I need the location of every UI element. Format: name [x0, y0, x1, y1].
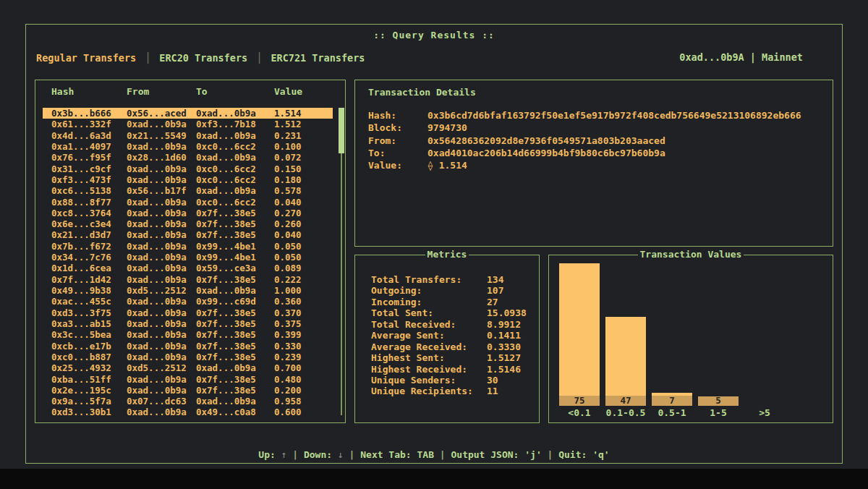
table-cell: 0x7f...38e5 — [196, 385, 274, 396]
table-row[interactable]: 0x3c...5bea0xad...0b9a0x7f...38e50.399 — [43, 329, 333, 340]
table-row[interactable]: 0xa3...ab150xad...0b9a0x7f...38e50.375 — [43, 318, 333, 329]
scrollbar-thumb[interactable] — [339, 108, 344, 153]
table-cell: 0xad...0b9a — [127, 307, 196, 318]
table-cell: 1.512 — [274, 119, 333, 129]
footer-help-bar: Up: ↑ | Down: ↓ | Next Tab: TAB | Output… — [0, 449, 868, 460]
table-row[interactable]: 0x3b...b6660x56...aced0xad...0b9a1.514 — [43, 108, 333, 119]
table-cell: 0.370 — [274, 307, 333, 318]
chart-x-label: 0.5-1 — [649, 407, 695, 418]
table-cell: 0x7f...38e5 — [196, 318, 274, 329]
table-row[interactable]: 0xc6...51380x56...b17f0xad...0b9a0.578 — [43, 185, 333, 196]
table-cell: 0x4d...6a3d — [51, 130, 127, 141]
table-row[interactable]: 0x76...f95f0x28...1d600xad...0b9a0.072 — [43, 152, 333, 163]
table-cell: 0x7f...38e5 — [196, 374, 274, 385]
column-header: From — [127, 86, 196, 97]
table-cell: 0x21...d3d7 — [51, 229, 127, 240]
chart-bar-slot — [741, 261, 788, 406]
table-cell: 0xad...0b9a — [196, 185, 274, 196]
tab-erc20-transfers[interactable]: ERC20 Transfers — [159, 52, 247, 64]
detail-value: 0x3b6cd7d6bfaf163792f50e1ef5e917b972f408… — [427, 109, 825, 122]
table-row[interactable]: 0x7f...1d420xad...0b9a0x7f...38e50.222 — [43, 274, 333, 285]
table-cell: 0xc0...6cc2 — [196, 163, 274, 174]
table-header: HashFromToValue — [43, 86, 333, 97]
table-cell: 0xd5...2512 — [127, 362, 196, 373]
metrics-panel: Metrics Total Transfers:134Outgoing:107I… — [354, 255, 540, 423]
footer-separator: | — [344, 449, 360, 460]
table-row[interactable]: 0xba...51ff0xad...0b9a0x7f...38e50.480 — [43, 374, 333, 385]
metric-value: 8.9912 — [487, 319, 533, 330]
table-cell: 0xd3...3f75 — [51, 307, 127, 318]
table-cell: 0x99...4be1 — [196, 241, 274, 252]
table-cell: 0xad...0b9a — [127, 229, 196, 240]
detail-field: To:0xad4010ac206b14d66999b4bf9b80c6bc97b… — [368, 147, 825, 159]
table-row[interactable]: 0x2e...195c0xad...0b9a0x7f...38e50.200 — [43, 385, 333, 396]
table-row[interactable]: 0x4d...6a3d0x21...55490xad...0b9a0.231 — [43, 130, 333, 141]
tab-bar: Regular Transfers│ERC20 Transfers│ERC721… — [36, 51, 365, 64]
metric-label: Average Received: — [371, 341, 487, 352]
table-cell: 0.578 — [274, 185, 333, 196]
table-row[interactable]: 0x25...49320xd5...25120xad...0b9a0.700 — [43, 362, 333, 373]
table-cell: 0x31...c9cf — [51, 163, 127, 174]
metric-label: Outgoing: — [371, 285, 487, 296]
table-cell: 0xad...0b9a — [127, 407, 196, 417]
table-cell: 0x49...c0a8 — [196, 407, 274, 417]
detail-label: To: — [368, 147, 427, 159]
detail-value: 9794730 — [427, 122, 825, 134]
table-row[interactable]: 0xa1...40970xad...0b9a0xc0...6cc20.100 — [43, 141, 333, 152]
table-cell: 0.040 — [274, 229, 333, 240]
details-title: Transaction Details — [368, 87, 476, 98]
table-cell: 0xad...0b9a — [196, 362, 274, 373]
table-row[interactable]: 0x21...d3d70xad...0b9a0x7f...38e50.040 — [43, 229, 333, 240]
table-cell: 0xad...0b9a — [196, 130, 274, 141]
table-cell: 0.270 — [274, 208, 333, 218]
tab-erc721-transfers[interactable]: ERC721 Transfers — [271, 52, 365, 64]
scrollbar-track[interactable] — [341, 153, 342, 415]
table-row[interactable]: 0xf3...473f0xad...0b9a0xc0...6cc20.180 — [43, 174, 333, 185]
metric-value: 134 — [487, 274, 533, 285]
footer-separator: | — [434, 449, 451, 460]
table-row[interactable]: 0x7b...f6720xad...0b9a0x99...4be10.050 — [43, 241, 333, 252]
table-row[interactable]: 0xcb...e17b0xad...0b9a0x7f...38e50.330 — [43, 341, 333, 352]
table-row[interactable]: 0x88...8f770xad...0b9a0xc0...6cc20.040 — [43, 197, 333, 208]
footer-key: ↓ — [338, 449, 344, 460]
chart-bar-slot: 75 — [556, 261, 603, 406]
table-cell: 0x6e...c3e4 — [51, 218, 127, 229]
table-row[interactable]: 0x34...7c760xad...0b9a0x99...4be10.050 — [43, 252, 333, 263]
table-cell: 0.360 — [274, 296, 333, 307]
chart-x-label: >5 — [741, 407, 788, 418]
footer-action-label: Up: — [258, 449, 281, 460]
table-row[interactable]: 0x61...332f0xad...0b9a0xf3...7b181.512 — [43, 119, 333, 129]
table-cell: 0.958 — [274, 396, 333, 407]
detail-field: Value:⟠ 1.514 — [368, 159, 825, 171]
metric-item: Unique Senders:30 — [371, 375, 533, 386]
tab-separator: │ — [256, 52, 262, 64]
metric-value: 15.0938 — [487, 307, 533, 318]
table-cell: 0x7f...38e5 — [196, 352, 274, 362]
metric-item: Highest Sent:1.5127 — [371, 352, 533, 363]
table-row[interactable]: 0x9a...5f7a0x07...dc630xad...0b9a0.958 — [43, 396, 333, 407]
table-cell: 0xc0...6cc2 — [196, 197, 274, 208]
detail-value: 0x564286362092d8e7936f0549571a803b203aac… — [427, 135, 825, 147]
table-cell: 0x56...b17f — [127, 185, 196, 196]
table-cell: 0xad...0b9a — [127, 318, 196, 329]
table-row[interactable]: 0xac...455c0xad...0b9a0x99...c69d0.360 — [43, 296, 333, 307]
table-row[interactable]: 0xd3...3f750xad...0b9a0x7f...38e50.370 — [43, 307, 333, 318]
table-cell: 0xad...0b9a — [127, 274, 196, 285]
table-row[interactable]: 0x31...c9cf0xad...0b9a0xc0...6cc20.150 — [43, 163, 333, 174]
detail-value: ⟠ 1.514 — [427, 159, 825, 171]
table-row[interactable]: 0xc0...b8870xad...0b9a0x7f...38e50.239 — [43, 352, 333, 362]
table-cell: 0xad...0b9a — [127, 341, 196, 352]
metric-value: 1.5146 — [487, 364, 533, 375]
table-row[interactable]: 0xc8...37640xad...0b9a0x7f...38e50.270 — [43, 208, 333, 218]
table-cell: 0xc6...5138 — [51, 185, 127, 196]
footer-key: 'q' — [592, 449, 609, 460]
table-cell: 0xad...0b9a — [127, 208, 196, 218]
table-row[interactable]: 0xd3...30b10xad...0b9a0x49...c0a80.600 — [43, 407, 333, 417]
table-row[interactable]: 0x6e...c3e40xad...0b9a0x7f...38e50.260 — [43, 218, 333, 229]
table-row[interactable]: 0x1d...6cea0xad...0b9a0x59...ce3a0.089 — [43, 263, 333, 273]
chart-x-label: 0.1-0.5 — [603, 407, 649, 418]
table-cell: 0.089 — [274, 263, 333, 273]
table-row[interactable]: 0x49...9b380xd5...25120xad...0b9a1.000 — [43, 285, 333, 296]
tab-regular-transfers[interactable]: Regular Transfers — [36, 52, 136, 64]
table-cell: 0xad...0b9a — [127, 218, 196, 229]
